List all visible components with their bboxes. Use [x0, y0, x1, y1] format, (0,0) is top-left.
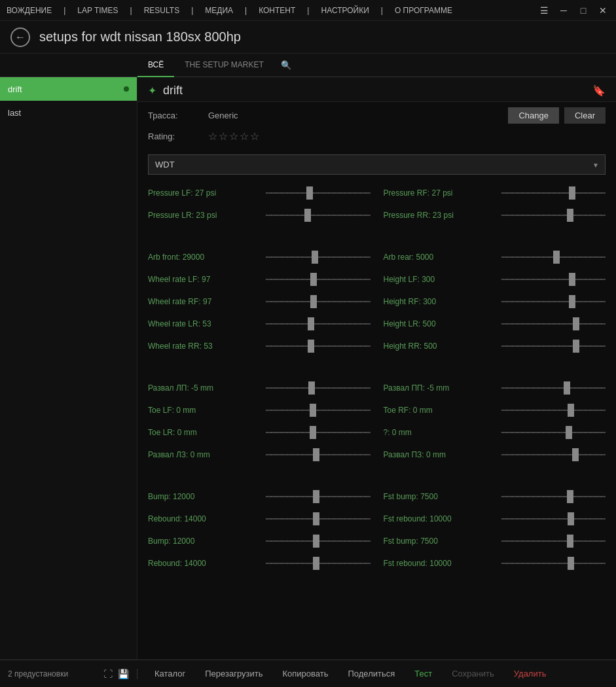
camber-pz-row: Развал ПЗ: 0 mm — [384, 446, 606, 464]
tab-all[interactable]: ВСЁ — [137, 54, 174, 77]
camber-pz-slider[interactable] — [501, 448, 606, 461]
height-rf-slider[interactable] — [501, 295, 606, 308]
toe-rf-slider[interactable] — [501, 404, 606, 417]
height-lf-thumb[interactable] — [569, 273, 575, 286]
bump-front-slider[interactable] — [266, 490, 371, 503]
star-4[interactable]: ☆ — [240, 130, 249, 143]
delete-button[interactable]: Удалить — [505, 665, 556, 682]
menu-laptimes[interactable]: LAP TIMES — [77, 6, 118, 15]
fullscreen-icon[interactable]: ⛶ — [103, 669, 113, 679]
camber-lp-slider[interactable] — [266, 381, 371, 395]
wdt-dropdown[interactable]: WDT — [148, 154, 606, 175]
arb-front-thumb[interactable] — [312, 251, 318, 264]
sidebar-label-last: last — [8, 108, 21, 118]
arb-front-slider[interactable] — [266, 251, 371, 264]
menu-results[interactable]: RESULTS — [144, 6, 179, 15]
fst-bump-rear-slider[interactable] — [501, 535, 606, 548]
pressure-rf-thumb[interactable] — [569, 186, 575, 200]
tab-setup-market[interactable]: THE SETUP MARKET — [174, 54, 274, 77]
camber-pz-thumb[interactable] — [572, 448, 579, 461]
pressure-lf-slider[interactable] — [266, 186, 371, 200]
star-5[interactable]: ☆ — [250, 130, 259, 143]
pressure-lr-slider[interactable] — [266, 209, 371, 222]
pressure-rf-slider[interactable] — [501, 186, 606, 200]
camber-lz-slider[interactable] — [266, 448, 371, 461]
height-lf-slider[interactable] — [501, 273, 606, 286]
bump-front-thumb[interactable] — [313, 490, 319, 503]
menu-driving[interactable]: ВОЖДЕНИЕ — [7, 6, 52, 15]
fst-rebound-rear-thumb[interactable] — [568, 557, 574, 570]
wheel-rate-lr-thumb[interactable] — [308, 317, 314, 330]
height-lr-slider[interactable] — [501, 317, 606, 330]
height-lr-thumb[interactable] — [573, 317, 579, 330]
pressure-rr-thumb[interactable] — [567, 209, 573, 222]
close-icon[interactable]: ✕ — [596, 5, 609, 16]
wheel-rate-lf-thumb[interactable] — [310, 273, 317, 286]
pressure-lf-thumb[interactable] — [306, 186, 313, 200]
fst-bump-front-slider[interactable] — [501, 490, 606, 503]
arb-rear-slider[interactable] — [501, 251, 606, 264]
wheel-rate-lr-slider[interactable] — [266, 317, 371, 330]
height-rf-thumb[interactable] — [569, 295, 575, 308]
toe-lr-slider[interactable] — [266, 426, 371, 439]
minimize-icon[interactable]: ─ — [557, 5, 570, 16]
wheel-rate-rf-thumb[interactable] — [310, 295, 317, 308]
search-icon[interactable]: 🔍 — [274, 54, 298, 77]
menu-content[interactable]: КОНТЕНТ — [259, 6, 295, 15]
height-rr-thumb[interactable] — [573, 340, 579, 353]
height-rr-slider[interactable] — [501, 340, 606, 353]
unk-slider[interactable] — [501, 426, 606, 439]
toe-lr-thumb[interactable] — [310, 426, 316, 439]
star-rating[interactable]: ☆ ☆ ☆ ☆ ☆ — [208, 130, 259, 143]
damper-group: Bump: 12000 Fst bump: 7500 — [148, 487, 606, 576]
arb-rear-thumb[interactable] — [553, 251, 560, 264]
share-button[interactable]: Поделиться — [338, 665, 404, 682]
rebound-rear-thumb[interactable] — [313, 557, 319, 570]
camber-lz-thumb[interactable] — [313, 448, 319, 461]
camber-pp-slider[interactable] — [501, 381, 606, 395]
bookmark-icon[interactable]: 🔖 — [592, 84, 606, 97]
toe-lf-slider[interactable] — [266, 404, 371, 417]
wheel-rate-lf-slider[interactable] — [266, 273, 371, 286]
unk-thumb[interactable] — [566, 426, 572, 439]
hamburger-icon[interactable]: ☰ — [537, 5, 551, 16]
rebound-front-slider[interactable] — [266, 512, 371, 525]
catalog-button[interactable]: Каталог — [145, 665, 194, 682]
sidebar-item-last[interactable]: last — [0, 101, 137, 124]
bump-rear-slider[interactable] — [266, 535, 371, 548]
toe-rf-thumb[interactable] — [568, 404, 574, 417]
fst-bump-front-thumb[interactable] — [567, 490, 573, 503]
wheel-rate-rf-slider[interactable] — [266, 295, 371, 308]
fst-bump-rear-thumb[interactable] — [567, 535, 573, 548]
wheel-rate-rr-thumb[interactable] — [308, 340, 314, 353]
save-preset-icon[interactable]: 💾 — [118, 669, 129, 679]
copy-button[interactable]: Копировать — [273, 665, 337, 682]
fst-rebound-front-slider[interactable] — [501, 512, 606, 525]
wheel-rate-lf-label: Wheel rate LF: 97 — [148, 275, 266, 284]
menu-settings[interactable]: НАСТРОЙКИ — [321, 6, 369, 15]
back-button[interactable]: ← — [10, 27, 30, 47]
star-1[interactable]: ☆ — [208, 130, 217, 143]
toe-lf-thumb[interactable] — [310, 404, 316, 417]
fst-rebound-front-thumb[interactable] — [568, 512, 574, 525]
camber-lp-thumb[interactable] — [308, 381, 315, 395]
reload-button[interactable]: Перезагрузить — [196, 665, 272, 682]
wheel-rate-rr-slider[interactable] — [266, 340, 371, 353]
camber-pp-thumb[interactable] — [564, 381, 570, 395]
pressure-rr-slider[interactable] — [501, 209, 606, 222]
menu-media[interactable]: МЕДИА — [205, 6, 233, 15]
change-button[interactable]: Change — [508, 107, 559, 124]
sidebar-item-drift[interactable]: drift — [0, 77, 137, 101]
menu-about[interactable]: О ПРОГРАММЕ — [395, 6, 452, 15]
test-button[interactable]: Тест — [405, 665, 441, 682]
maximize-icon[interactable]: □ — [577, 5, 590, 16]
clear-button[interactable]: Clear — [564, 107, 606, 124]
fst-rebound-rear-slider[interactable] — [501, 557, 606, 570]
star-3[interactable]: ☆ — [229, 130, 238, 143]
bump-rear-thumb[interactable] — [313, 535, 319, 548]
rebound-rear-slider[interactable] — [266, 557, 371, 570]
rebound-front-thumb[interactable] — [313, 512, 319, 525]
bump-front-row: Bump: 12000 — [148, 487, 371, 506]
pressure-lr-thumb[interactable] — [304, 209, 311, 222]
star-2[interactable]: ☆ — [219, 130, 228, 143]
